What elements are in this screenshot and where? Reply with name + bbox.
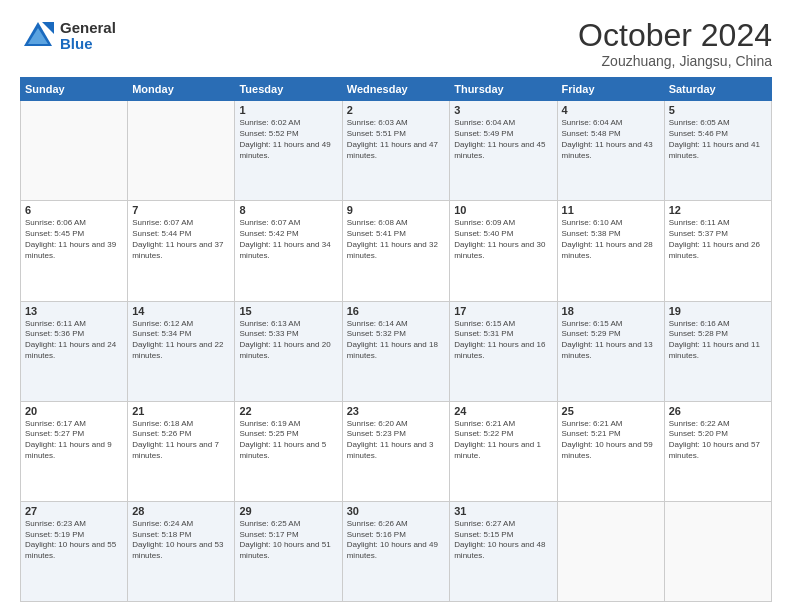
calendar-week-row: 20Sunrise: 6:17 AM Sunset: 5:27 PM Dayli… bbox=[21, 401, 772, 501]
day-info: Sunrise: 6:10 AM Sunset: 5:38 PM Dayligh… bbox=[562, 218, 660, 261]
logo-text: General Blue bbox=[60, 20, 116, 53]
day-number: 21 bbox=[132, 405, 230, 417]
header-friday: Friday bbox=[557, 78, 664, 101]
day-info: Sunrise: 6:13 AM Sunset: 5:33 PM Dayligh… bbox=[239, 319, 337, 362]
day-info: Sunrise: 6:16 AM Sunset: 5:28 PM Dayligh… bbox=[669, 319, 767, 362]
day-info: Sunrise: 6:12 AM Sunset: 5:34 PM Dayligh… bbox=[132, 319, 230, 362]
day-info: Sunrise: 6:11 AM Sunset: 5:36 PM Dayligh… bbox=[25, 319, 123, 362]
table-row: 5Sunrise: 6:05 AM Sunset: 5:46 PM Daylig… bbox=[664, 101, 771, 201]
day-info: Sunrise: 6:06 AM Sunset: 5:45 PM Dayligh… bbox=[25, 218, 123, 261]
day-info: Sunrise: 6:04 AM Sunset: 5:49 PM Dayligh… bbox=[454, 118, 552, 161]
table-row: 18Sunrise: 6:15 AM Sunset: 5:29 PM Dayli… bbox=[557, 301, 664, 401]
table-row: 8Sunrise: 6:07 AM Sunset: 5:42 PM Daylig… bbox=[235, 201, 342, 301]
table-row: 14Sunrise: 6:12 AM Sunset: 5:34 PM Dayli… bbox=[128, 301, 235, 401]
day-number: 12 bbox=[669, 204, 767, 216]
day-info: Sunrise: 6:26 AM Sunset: 5:16 PM Dayligh… bbox=[347, 519, 445, 562]
day-number: 9 bbox=[347, 204, 445, 216]
table-row: 26Sunrise: 6:22 AM Sunset: 5:20 PM Dayli… bbox=[664, 401, 771, 501]
table-row: 30Sunrise: 6:26 AM Sunset: 5:16 PM Dayli… bbox=[342, 501, 449, 601]
table-row: 10Sunrise: 6:09 AM Sunset: 5:40 PM Dayli… bbox=[450, 201, 557, 301]
day-number: 8 bbox=[239, 204, 337, 216]
calendar-week-row: 13Sunrise: 6:11 AM Sunset: 5:36 PM Dayli… bbox=[21, 301, 772, 401]
day-info: Sunrise: 6:19 AM Sunset: 5:25 PM Dayligh… bbox=[239, 419, 337, 462]
table-row: 19Sunrise: 6:16 AM Sunset: 5:28 PM Dayli… bbox=[664, 301, 771, 401]
day-number: 19 bbox=[669, 305, 767, 317]
day-number: 17 bbox=[454, 305, 552, 317]
day-info: Sunrise: 6:14 AM Sunset: 5:32 PM Dayligh… bbox=[347, 319, 445, 362]
table-row: 24Sunrise: 6:21 AM Sunset: 5:22 PM Dayli… bbox=[450, 401, 557, 501]
day-number: 29 bbox=[239, 505, 337, 517]
calendar-week-row: 27Sunrise: 6:23 AM Sunset: 5:19 PM Dayli… bbox=[21, 501, 772, 601]
page: General Blue October 2024 Zouzhuang, Jia… bbox=[0, 0, 792, 612]
header-sunday: Sunday bbox=[21, 78, 128, 101]
calendar-week-row: 1Sunrise: 6:02 AM Sunset: 5:52 PM Daylig… bbox=[21, 101, 772, 201]
day-info: Sunrise: 6:17 AM Sunset: 5:27 PM Dayligh… bbox=[25, 419, 123, 462]
month-title: October 2024 bbox=[578, 18, 772, 53]
table-row: 22Sunrise: 6:19 AM Sunset: 5:25 PM Dayli… bbox=[235, 401, 342, 501]
table-row bbox=[664, 501, 771, 601]
logo-blue-text: Blue bbox=[60, 36, 116, 53]
day-info: Sunrise: 6:21 AM Sunset: 5:22 PM Dayligh… bbox=[454, 419, 552, 462]
title-block: October 2024 Zouzhuang, Jiangsu, China bbox=[578, 18, 772, 69]
table-row: 20Sunrise: 6:17 AM Sunset: 5:27 PM Dayli… bbox=[21, 401, 128, 501]
table-row: 3Sunrise: 6:04 AM Sunset: 5:49 PM Daylig… bbox=[450, 101, 557, 201]
day-number: 4 bbox=[562, 104, 660, 116]
logo: General Blue bbox=[20, 18, 116, 54]
day-number: 11 bbox=[562, 204, 660, 216]
header-monday: Monday bbox=[128, 78, 235, 101]
table-row: 23Sunrise: 6:20 AM Sunset: 5:23 PM Dayli… bbox=[342, 401, 449, 501]
table-row: 25Sunrise: 6:21 AM Sunset: 5:21 PM Dayli… bbox=[557, 401, 664, 501]
day-number: 3 bbox=[454, 104, 552, 116]
day-number: 24 bbox=[454, 405, 552, 417]
day-info: Sunrise: 6:18 AM Sunset: 5:26 PM Dayligh… bbox=[132, 419, 230, 462]
day-number: 7 bbox=[132, 204, 230, 216]
table-row: 9Sunrise: 6:08 AM Sunset: 5:41 PM Daylig… bbox=[342, 201, 449, 301]
day-number: 6 bbox=[25, 204, 123, 216]
day-info: Sunrise: 6:22 AM Sunset: 5:20 PM Dayligh… bbox=[669, 419, 767, 462]
table-row bbox=[21, 101, 128, 201]
logo-icon bbox=[20, 18, 56, 54]
day-number: 31 bbox=[454, 505, 552, 517]
day-info: Sunrise: 6:07 AM Sunset: 5:44 PM Dayligh… bbox=[132, 218, 230, 261]
table-row: 4Sunrise: 6:04 AM Sunset: 5:48 PM Daylig… bbox=[557, 101, 664, 201]
day-info: Sunrise: 6:27 AM Sunset: 5:15 PM Dayligh… bbox=[454, 519, 552, 562]
day-number: 15 bbox=[239, 305, 337, 317]
table-row: 2Sunrise: 6:03 AM Sunset: 5:51 PM Daylig… bbox=[342, 101, 449, 201]
day-number: 25 bbox=[562, 405, 660, 417]
header-thursday: Thursday bbox=[450, 78, 557, 101]
table-row: 29Sunrise: 6:25 AM Sunset: 5:17 PM Dayli… bbox=[235, 501, 342, 601]
table-row: 7Sunrise: 6:07 AM Sunset: 5:44 PM Daylig… bbox=[128, 201, 235, 301]
day-info: Sunrise: 6:24 AM Sunset: 5:18 PM Dayligh… bbox=[132, 519, 230, 562]
day-info: Sunrise: 6:25 AM Sunset: 5:17 PM Dayligh… bbox=[239, 519, 337, 562]
table-row: 21Sunrise: 6:18 AM Sunset: 5:26 PM Dayli… bbox=[128, 401, 235, 501]
table-row bbox=[128, 101, 235, 201]
day-number: 5 bbox=[669, 104, 767, 116]
day-info: Sunrise: 6:15 AM Sunset: 5:29 PM Dayligh… bbox=[562, 319, 660, 362]
day-info: Sunrise: 6:20 AM Sunset: 5:23 PM Dayligh… bbox=[347, 419, 445, 462]
day-number: 18 bbox=[562, 305, 660, 317]
day-number: 13 bbox=[25, 305, 123, 317]
day-number: 23 bbox=[347, 405, 445, 417]
day-number: 20 bbox=[25, 405, 123, 417]
calendar-week-row: 6Sunrise: 6:06 AM Sunset: 5:45 PM Daylig… bbox=[21, 201, 772, 301]
day-number: 1 bbox=[239, 104, 337, 116]
day-info: Sunrise: 6:11 AM Sunset: 5:37 PM Dayligh… bbox=[669, 218, 767, 261]
day-number: 10 bbox=[454, 204, 552, 216]
table-row: 11Sunrise: 6:10 AM Sunset: 5:38 PM Dayli… bbox=[557, 201, 664, 301]
day-number: 28 bbox=[132, 505, 230, 517]
day-number: 22 bbox=[239, 405, 337, 417]
table-row: 17Sunrise: 6:15 AM Sunset: 5:31 PM Dayli… bbox=[450, 301, 557, 401]
table-row bbox=[557, 501, 664, 601]
table-row: 31Sunrise: 6:27 AM Sunset: 5:15 PM Dayli… bbox=[450, 501, 557, 601]
day-info: Sunrise: 6:15 AM Sunset: 5:31 PM Dayligh… bbox=[454, 319, 552, 362]
day-number: 26 bbox=[669, 405, 767, 417]
day-info: Sunrise: 6:04 AM Sunset: 5:48 PM Dayligh… bbox=[562, 118, 660, 161]
day-number: 14 bbox=[132, 305, 230, 317]
calendar-header-row: Sunday Monday Tuesday Wednesday Thursday… bbox=[21, 78, 772, 101]
day-number: 30 bbox=[347, 505, 445, 517]
day-info: Sunrise: 6:03 AM Sunset: 5:51 PM Dayligh… bbox=[347, 118, 445, 161]
table-row: 1Sunrise: 6:02 AM Sunset: 5:52 PM Daylig… bbox=[235, 101, 342, 201]
table-row: 28Sunrise: 6:24 AM Sunset: 5:18 PM Dayli… bbox=[128, 501, 235, 601]
day-info: Sunrise: 6:02 AM Sunset: 5:52 PM Dayligh… bbox=[239, 118, 337, 161]
header: General Blue October 2024 Zouzhuang, Jia… bbox=[20, 18, 772, 69]
